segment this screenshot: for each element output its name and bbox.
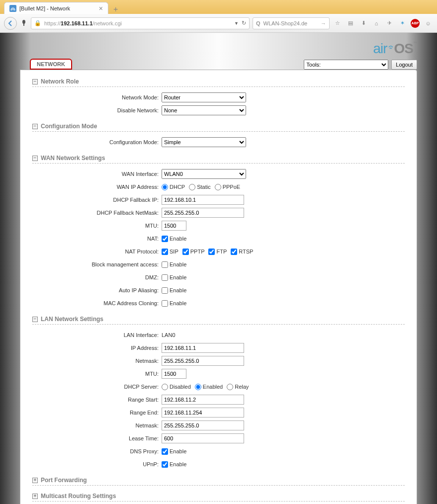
browser-tab[interactable]: [Bullet M2] - Network × (4, 2, 108, 14)
dns-proxy-checkbox[interactable] (162, 448, 168, 455)
search-box[interactable]: Q WLAN-Shop24.de → (253, 17, 330, 29)
section-wan: − WAN Network Settings (32, 155, 405, 164)
profile-icon[interactable]: ☺ (423, 18, 433, 28)
collapse-icon[interactable]: − (32, 156, 38, 161)
page-body: airOS™ NETWORK Tools: Logout − Network R… (0, 33, 437, 504)
label-wan-interface: WAN Interface: (32, 171, 162, 177)
label-block-mgmt: Block management access: (32, 261, 162, 267)
bookmark-icon[interactable]: ☆ (333, 18, 343, 28)
send-icon[interactable]: ✈ (384, 18, 394, 28)
range-start-input[interactable] (162, 395, 244, 405)
back-button[interactable] (4, 17, 17, 30)
url-dropdown-icon[interactable]: ▼ (234, 21, 239, 26)
search-go-icon[interactable]: → (321, 20, 326, 26)
search-placeholder: WLAN-Shop24.de (263, 20, 318, 26)
lock-icon: 🔒 (34, 20, 41, 26)
label-dhcp-fallback-netmask: DHCP Fallback NetMask: (32, 210, 162, 216)
label-lan-mtu: MTU: (32, 371, 162, 377)
label-lease-time: Lease Time: (32, 435, 162, 441)
content-panel: − Network Role Network Mode: Router Disa… (20, 70, 417, 504)
label-upnp: UPnP: (32, 461, 162, 467)
airos-logo: airOS™ (373, 41, 417, 57)
section-network-role: − Network Role (32, 78, 405, 87)
section-lan: − LAN Network Settings (32, 316, 405, 325)
label-mac-clone: MAC Address Cloning: (32, 300, 162, 306)
dmz-checkbox[interactable] (162, 274, 168, 281)
label-lan-interface: LAN Interface: (32, 332, 162, 338)
expand-icon[interactable]: + (32, 478, 38, 483)
tools-select[interactable]: Tools: (304, 60, 388, 70)
range-end-input[interactable] (162, 408, 244, 418)
label-config-mode: Configuration Mode: (32, 139, 162, 145)
dhcp-fallback-ip-input[interactable] (162, 195, 244, 205)
section-multicast: + Multicast Routing Settings (32, 493, 405, 502)
radio-dhcp-disabled[interactable] (162, 384, 168, 390)
config-mode-select[interactable]: Simple (162, 137, 246, 147)
new-tab-button[interactable]: + (108, 5, 123, 14)
nat-pptp-checkbox[interactable] (182, 249, 189, 255)
lan-netmask-input[interactable] (162, 356, 244, 366)
extension-icon[interactable]: ✶ (397, 18, 407, 28)
label-wan-mtu: MTU: (32, 223, 162, 229)
url-path: /network.cgi (92, 20, 122, 26)
logout-button[interactable]: Logout (391, 60, 417, 70)
label-dhcp-fallback-ip: DHCP Fallback IP: (32, 197, 162, 203)
browser-toolbar: 🔒 https://192.168.11.1/network.cgi ▼ ↻ Q… (0, 14, 437, 33)
url-host: 192.168.11.1 (61, 20, 92, 26)
tab-title: [Bullet M2] - Network (19, 5, 96, 11)
radio-dhcp-relay[interactable] (227, 384, 233, 390)
dhcp-fallback-netmask-input[interactable] (162, 208, 244, 218)
svg-point-0 (22, 20, 25, 24)
radio-dhcp-enabled[interactable] (195, 384, 201, 390)
tab-network[interactable]: NETWORK (30, 59, 72, 70)
label-dhcp-netmask: Netmask: (32, 422, 162, 428)
lan-ip-input[interactable] (162, 343, 244, 353)
radio-pppoe[interactable] (215, 184, 221, 190)
label-range-start: Range Start: (32, 397, 162, 403)
radio-static[interactable] (189, 184, 195, 190)
disable-network-select[interactable]: None (162, 105, 246, 115)
download-icon[interactable]: ⬇ (358, 18, 368, 28)
address-bar[interactable]: 🔒 https://192.168.11.1/network.cgi ▼ ↻ (31, 17, 250, 29)
adblock-icon[interactable]: ABP (410, 18, 420, 28)
search-provider-icon: Q (256, 20, 261, 26)
collapse-icon[interactable]: − (32, 79, 38, 84)
label-autoip: Auto IP Aliasing: (32, 287, 162, 293)
label-disable-network: Disable Network: (32, 107, 162, 113)
nat-sip-checkbox[interactable] (162, 249, 168, 255)
tab-favicon (9, 5, 16, 12)
nat-checkbox[interactable] (162, 236, 168, 242)
lan-interface-value: LAN0 (162, 332, 175, 338)
block-mgmt-checkbox[interactable] (162, 261, 168, 268)
upnp-checkbox[interactable] (162, 461, 168, 468)
autoip-checkbox[interactable] (162, 287, 168, 294)
label-wan-ip-address: WAN IP Address: (32, 184, 162, 190)
expand-icon[interactable]: + (32, 494, 38, 499)
browser-tab-strip: [Bullet M2] - Network × + (0, 0, 437, 14)
nat-rtsp-checkbox[interactable] (231, 249, 237, 255)
collapse-icon[interactable]: − (32, 317, 38, 322)
network-mode-select[interactable]: Router (162, 92, 246, 102)
dhcp-netmask-input[interactable] (162, 420, 244, 430)
section-config-mode: − Configuration Mode (32, 123, 405, 132)
collapse-icon[interactable]: − (32, 124, 38, 129)
reload-icon[interactable]: ↻ (242, 20, 246, 26)
home-icon[interactable]: ⌂ (371, 18, 381, 28)
label-lan-netmask: Netmask: (32, 358, 162, 364)
reader-icon[interactable]: ▤ (346, 18, 355, 28)
section-port-forwarding: + Port Forwarding (32, 477, 405, 486)
lan-mtu-input[interactable] (162, 369, 186, 379)
search-engine-icon[interactable] (20, 19, 28, 27)
label-range-end: Range End: (32, 410, 162, 416)
nat-ftp-checkbox[interactable] (208, 249, 215, 255)
lease-time-input[interactable] (162, 433, 244, 443)
label-dhcp-server: DHCP Server: (32, 384, 162, 390)
mac-clone-checkbox[interactable] (162, 300, 168, 307)
radio-dhcp[interactable] (162, 184, 168, 190)
wan-interface-select[interactable]: WLAN0 (162, 169, 246, 179)
label-nat: NAT: (32, 236, 162, 242)
tab-close-icon[interactable]: × (99, 4, 103, 12)
svg-rect-1 (23, 23, 24, 26)
label-network-mode: Network Mode: (32, 94, 162, 100)
wan-mtu-input[interactable] (162, 221, 186, 231)
